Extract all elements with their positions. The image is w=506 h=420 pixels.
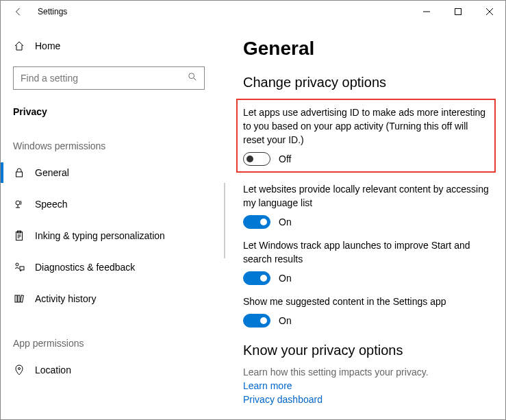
svg-point-7 (16, 201, 20, 205)
toggle-language-list[interactable] (243, 215, 270, 229)
home-button[interactable]: Home (13, 32, 214, 60)
sidebar-item-label: Speech (35, 199, 67, 210)
svg-rect-16 (18, 295, 20, 302)
setting-description: Let Windows track app launches to improv… (243, 238, 489, 266)
toggle-state-label: On (279, 315, 292, 326)
sidebar-item-diagnostics[interactable]: Diagnostics & feedback (1, 251, 214, 283)
svg-rect-1 (455, 9, 461, 15)
toggle-state-label: On (279, 273, 292, 284)
know-privacy-desc: Learn how this setting impacts your priv… (243, 367, 489, 378)
sidebar-item-label: General (35, 167, 69, 178)
location-icon (13, 365, 25, 375)
svg-point-4 (189, 73, 194, 79)
svg-point-18 (18, 368, 21, 370)
know-your-privacy-section: Know your privacy options Learn how this… (243, 343, 489, 405)
sidebar-item-label: Location (35, 365, 71, 375)
sidebar-item-inking[interactable]: Inking & typing personalization (1, 220, 214, 251)
setting-suggested-content: Show me suggested content in the Setting… (243, 295, 489, 328)
sidebar-item-location[interactable]: Location (1, 354, 214, 386)
search-box[interactable] (13, 66, 205, 90)
setting-advertising-id: Let apps use advertising ID to make ads … (236, 99, 496, 173)
setting-description: Show me suggested content in the Setting… (243, 295, 489, 308)
home-icon (13, 40, 25, 51)
svg-rect-14 (20, 267, 24, 270)
close-button[interactable] (474, 1, 505, 23)
toggle-track-launches[interactable] (243, 271, 270, 285)
search-icon (188, 72, 197, 84)
svg-point-13 (16, 263, 18, 266)
svg-rect-15 (15, 295, 17, 302)
svg-rect-17 (21, 295, 24, 302)
subheading-know-privacy: Know your privacy options (243, 343, 489, 358)
group-windows-permissions: Windows permissions (13, 140, 214, 151)
svg-rect-6 (16, 172, 23, 177)
search-input[interactable] (21, 73, 188, 84)
setting-description: Let apps use advertising ID to make ads … (243, 106, 489, 147)
page-title: General (243, 38, 489, 60)
toggle-state-label: On (279, 217, 292, 227)
setting-track-launches: Let Windows track app launches to improv… (243, 238, 489, 285)
lock-icon (13, 167, 25, 178)
sidebar-item-general[interactable]: General (1, 157, 214, 188)
svg-line-5 (194, 78, 197, 81)
sidebar-item-label: Diagnostics & feedback (35, 262, 135, 273)
sidebar-item-label: Activity history (35, 293, 96, 304)
window-title: Settings (38, 7, 67, 16)
clipboard-icon (13, 230, 25, 241)
minimize-button[interactable] (411, 1, 442, 23)
toggle-state-label: Off (279, 153, 291, 164)
link-privacy-dashboard[interactable]: Privacy dashboard (243, 394, 489, 405)
toggle-advertising-id[interactable] (243, 152, 270, 166)
section-title-privacy: Privacy (13, 106, 214, 117)
sidebar-item-label: Inking & typing personalization (35, 230, 165, 241)
speech-icon (13, 199, 25, 210)
setting-description: Let websites provide locally relevant co… (243, 182, 489, 210)
link-learn-more[interactable]: Learn more (243, 380, 489, 391)
scrollbar-indicator[interactable] (224, 183, 225, 258)
titlebar: Settings (1, 1, 505, 23)
history-icon (13, 293, 25, 304)
group-app-permissions: App permissions (13, 338, 214, 349)
maximize-button[interactable] (442, 1, 474, 23)
back-button[interactable] (9, 7, 28, 16)
home-label: Home (35, 40, 60, 51)
toggle-suggested-content[interactable] (243, 314, 270, 328)
subheading-change-privacy: Change privacy options (243, 75, 489, 90)
sidebar: Home Privacy Windows permissions General… (1, 23, 227, 419)
sidebar-item-activity-history[interactable]: Activity history (1, 283, 214, 314)
main-content: General Change privacy options Let apps … (227, 23, 505, 419)
sidebar-item-speech[interactable]: Speech (1, 188, 214, 220)
feedback-icon (13, 262, 25, 273)
setting-language-list: Let websites provide locally relevant co… (243, 182, 489, 229)
